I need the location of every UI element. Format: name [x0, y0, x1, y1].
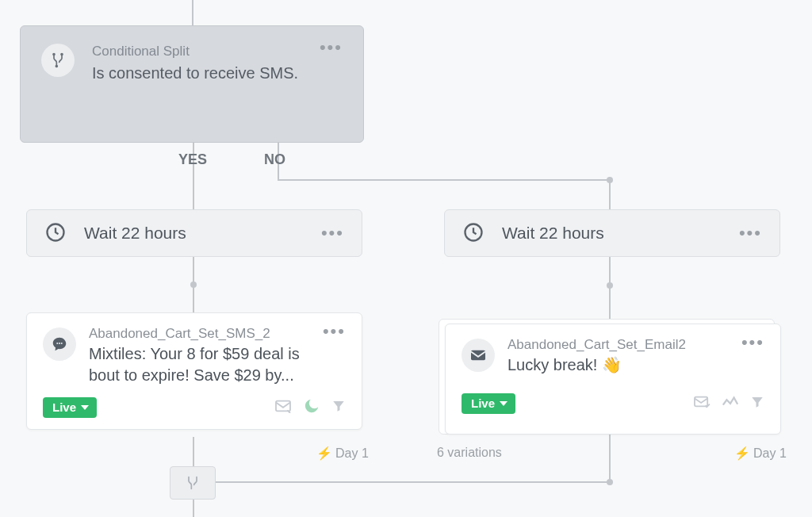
connector-line	[609, 435, 611, 482]
connector-line	[214, 481, 611, 483]
svg-point-0	[53, 54, 55, 56]
bolt-icon: ⚡	[316, 446, 332, 461]
filter-icon	[331, 399, 346, 416]
connector-line	[609, 179, 611, 209]
more-menu-button[interactable]: •••	[323, 327, 346, 335]
split-icon	[41, 44, 75, 77]
conditional-title: Conditional Split	[92, 44, 320, 59]
wait-label: Wait 22 hours	[84, 224, 321, 243]
bolt-icon: ⚡	[734, 446, 750, 461]
connector-dot	[190, 281, 197, 288]
svg-rect-10	[471, 350, 485, 361]
quiet-hours-icon: z	[303, 397, 320, 418]
more-menu-button[interactable]: •••	[741, 339, 764, 347]
connector-line	[278, 179, 611, 181]
connector-dot	[607, 177, 613, 183]
variations-meta: 6 variations	[437, 446, 502, 460]
connector-dot	[607, 282, 613, 289]
status-badge[interactable]: Live	[43, 397, 97, 418]
merge-node[interactable]	[170, 466, 216, 500]
more-menu-button[interactable]: •••	[320, 44, 343, 52]
svg-point-2	[56, 66, 57, 67]
connector-line	[192, 0, 193, 25]
wait-card-no[interactable]: Wait 22 hours •••	[444, 209, 780, 257]
email-icon	[462, 339, 495, 372]
more-menu-button[interactable]: •••	[321, 229, 344, 237]
svg-text:z: z	[313, 399, 316, 404]
wait-card-yes[interactable]: Wait 22 hours •••	[26, 209, 362, 257]
analytics-icon	[722, 396, 739, 412]
svg-rect-8	[276, 401, 290, 412]
sms-icon	[43, 327, 76, 361]
wait-label: Wait 22 hours	[502, 224, 739, 243]
svg-point-7	[61, 343, 63, 344]
connector-line	[609, 257, 611, 324]
message-title: Abandoned_Cart_Set_SMS_2	[89, 326, 323, 342]
message-title: Abandoned_Cart_Set_Email2	[508, 337, 741, 353]
clock-icon	[462, 221, 486, 245]
filter-icon	[750, 395, 764, 412]
svg-point-5	[56, 343, 58, 344]
message-body: Mixtiles: Your 8 for $59 deal is bout to…	[89, 343, 323, 386]
mail-disabled-icon	[274, 399, 292, 416]
svg-point-1	[61, 54, 63, 56]
conditional-description: Is consented to receive SMS.	[92, 64, 320, 82]
connector-dot	[607, 479, 613, 485]
branch-no-label: NO	[264, 151, 285, 168]
svg-point-6	[59, 343, 60, 344]
sms-message-card[interactable]: Abandoned_Cart_Set_SMS_2 Mixtiles: Your …	[26, 312, 362, 430]
day-meta: ⚡ Day 1	[316, 446, 369, 461]
svg-rect-11	[695, 397, 707, 407]
day-meta: ⚡ Day 1	[734, 446, 787, 461]
day-label: Day 1	[335, 446, 369, 461]
status-badge[interactable]: Live	[462, 393, 515, 414]
email-message-card[interactable]: Abandoned_Cart_Set_Email2 Lucky break! 👋…	[445, 324, 781, 435]
conditional-split-card[interactable]: Conditional Split Is consented to receiv…	[20, 25, 364, 143]
more-menu-button[interactable]: •••	[739, 229, 762, 237]
mail-check-icon	[693, 395, 710, 412]
day-label: Day 1	[753, 446, 787, 461]
message-body: Lucky break! 👋	[508, 354, 741, 376]
flow-canvas: Conditional Split Is consented to receiv…	[0, 0, 812, 517]
branch-yes-label: YES	[178, 151, 207, 168]
clock-icon	[44, 221, 68, 245]
